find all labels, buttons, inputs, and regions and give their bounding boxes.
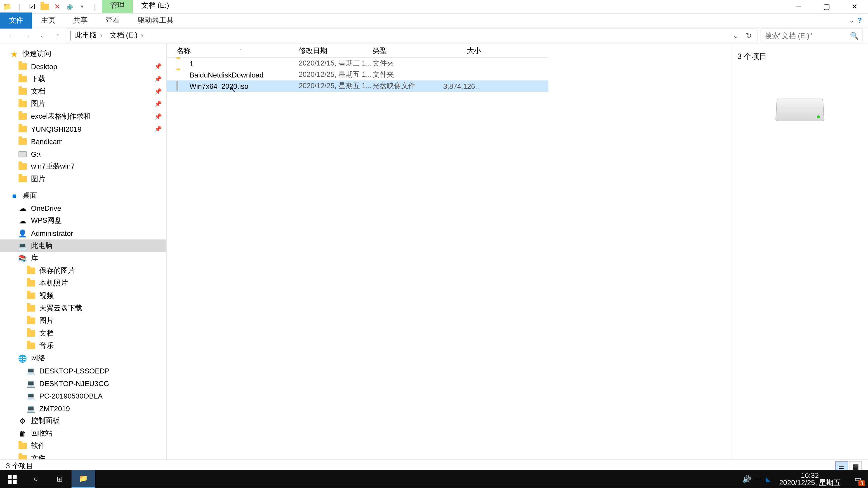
column-type[interactable]: 类型 (373, 46, 433, 56)
tree-item[interactable]: 📚库 (0, 252, 166, 264)
address-bar[interactable]: 此电脑 文档 (E:) ⌄ ↻ (67, 29, 758, 42)
search-icon[interactable]: 🔍 (850, 31, 859, 39)
tree-item[interactable]: YUNQISHI2019📌 (0, 123, 166, 135)
column-date[interactable]: 修改日期 (299, 46, 373, 56)
tree-item[interactable]: Bandicam (0, 135, 166, 148)
minimize-button[interactable]: ─ (785, 1, 812, 13)
qa-rename-icon[interactable]: ◉ (65, 2, 74, 11)
tree-item[interactable]: ⚙控制面板 (0, 415, 166, 427)
breadcrumb-segment[interactable]: 文档 (E:) (107, 30, 147, 41)
tree-item[interactable]: Desktop📌 (0, 60, 166, 72)
tree-item[interactable]: 文档📌 (0, 85, 166, 98)
tree-item[interactable]: 图片📌 (0, 98, 166, 110)
file-list[interactable]: 名称⌃ 修改日期 类型 大小 12020/12/15, 星期二 1...文件夹B… (167, 44, 548, 459)
tree-item-icon (26, 316, 36, 326)
tree-item-icon: 📚 (18, 254, 27, 263)
tree-item[interactable]: 音乐 (0, 339, 166, 352)
tree-desktop[interactable]: ■ 桌面 (0, 190, 166, 202)
search-box[interactable]: 🔍 (761, 29, 863, 42)
qa-delete-icon[interactable]: ✕ (53, 2, 62, 11)
tree-item[interactable]: ☁WPS网盘 (0, 215, 166, 227)
tree-item[interactable]: 文档 (0, 327, 166, 339)
tree-item[interactable]: 👤Administrator (0, 227, 166, 239)
file-row[interactable]: Win7x64_2020.iso2020/12/25, 星期五 1...光盘映像… (167, 80, 548, 92)
svg-rect-2 (7, 480, 11, 484)
tree-item[interactable]: G:\ (0, 148, 166, 160)
taskbar-clock[interactable]: 16:32 2020/12/25, 星期五 (774, 470, 845, 487)
qa-new-folder-icon[interactable] (40, 2, 50, 11)
tray-app-icon[interactable]: ◣ (766, 475, 771, 483)
tree-item-label: excel表格制作求和 (31, 111, 91, 122)
column-name[interactable]: 名称⌃ (177, 46, 299, 56)
maximize-button[interactable]: ▢ (813, 1, 840, 13)
tree-item[interactable]: excel表格制作求和📌 (0, 110, 166, 123)
task-view-button[interactable]: ⊞ (48, 470, 71, 488)
qa-properties-icon[interactable]: ☑ (27, 2, 37, 11)
tree-item[interactable]: 图片 (0, 173, 166, 185)
tree-item[interactable]: 视频 (0, 290, 166, 302)
ribbon-collapse-icon[interactable]: ⌄ (849, 17, 854, 24)
ribbon-tab-drive-tools[interactable]: 驱动器工具 (129, 12, 182, 28)
tree-item-label: ZMT2019 (39, 404, 70, 413)
tree-item-icon (26, 291, 36, 300)
tray-overflow-icon[interactable]: ⌃ (734, 476, 739, 482)
tree-item[interactable]: ☁OneDrive (0, 202, 166, 215)
tree-item[interactable]: 软件 (0, 440, 166, 452)
ribbon-tab-share[interactable]: 共享 (64, 12, 96, 28)
start-button[interactable] (0, 470, 24, 488)
ribbon-tab-home[interactable]: 主页 (32, 12, 64, 28)
volume-icon[interactable]: 🔊 (742, 475, 751, 483)
empty-area[interactable] (548, 44, 731, 459)
tree-item[interactable]: 💻PC-20190530OBLA (0, 390, 166, 402)
tree-item[interactable]: 下载📌 (0, 73, 166, 85)
tree-item[interactable]: 本机照片 (0, 277, 166, 289)
tree-item-label: 文档 (31, 86, 45, 96)
tree-item[interactable]: 天翼云盘下载 (0, 302, 166, 315)
search-button[interactable]: ○ (24, 470, 48, 488)
column-size[interactable]: 大小 (433, 46, 481, 56)
address-history-dropdown[interactable]: ⌄ (730, 31, 741, 39)
preview-pane: 3 个项目 (731, 44, 868, 459)
tree-item-icon (18, 454, 27, 459)
tree-item[interactable]: 🗑回收站 (0, 427, 166, 440)
tree-item-icon: 🌐 (18, 354, 27, 363)
search-input[interactable] (765, 31, 850, 39)
navigation-pane[interactable]: ★ 快速访问 Desktop📌下载📌文档📌图片📌excel表格制作求和📌YUNQ… (0, 44, 167, 459)
qa-dropdown-icon[interactable]: ▾ (78, 2, 87, 11)
tree-quick-access[interactable]: ★ 快速访问 (0, 48, 166, 60)
tree-item-label: Desktop (31, 62, 57, 71)
refresh-button[interactable]: ↻ (742, 31, 755, 39)
file-type: 文件夹 (373, 58, 433, 68)
tree-item-label: 此电脑 (31, 240, 53, 251)
tree-item-label: 视频 (39, 291, 54, 301)
breadcrumb-segment[interactable]: 此电脑 (72, 30, 105, 41)
file-row[interactable]: 12020/12/15, 星期二 1...文件夹 (167, 58, 548, 69)
svg-rect-0 (7, 475, 11, 478)
tree-item[interactable]: 保存的图片 (0, 265, 166, 277)
tree-item[interactable]: 文件 (0, 452, 166, 459)
tree-item[interactable]: 🌐网络 (0, 352, 166, 364)
action-center-button[interactable]: ▭ 3 (849, 470, 867, 488)
close-button[interactable]: ✕ (841, 1, 868, 13)
file-type: 光盘映像文件 (373, 81, 433, 91)
file-row[interactable]: BaiduNetdiskDownload2020/12/25, 星期五 1...… (167, 69, 548, 80)
context-tab-manage[interactable]: 管理 (102, 0, 133, 13)
tree-item[interactable]: win7重装win7 (0, 160, 166, 173)
tree-item-icon: 💻 (26, 366, 36, 376)
nav-back-button[interactable]: ← (5, 29, 18, 42)
nav-recent-dropdown[interactable]: ⌄ (36, 29, 49, 42)
pin-icon: 📌 (154, 63, 162, 70)
tree-item[interactable]: 💻此电脑 (0, 239, 166, 252)
tree-item[interactable]: 💻DESKTOP-NJEU3CG (0, 377, 166, 390)
qa-divider: | (90, 2, 99, 11)
tree-item[interactable]: 图片 (0, 315, 166, 327)
taskbar-file-explorer[interactable]: 📁 (71, 470, 95, 488)
ribbon-tab-file[interactable]: 文件 (0, 12, 32, 28)
tree-item[interactable]: 💻DESKTOP-LSSOEDP (0, 365, 166, 377)
help-icon[interactable]: ? (858, 16, 862, 24)
ribbon-tab-view[interactable]: 查看 (96, 12, 129, 28)
tree-item[interactable]: 💻ZMT2019 (0, 402, 166, 415)
ime-indicator[interactable]: 中 (755, 474, 762, 484)
tree-item-icon (18, 74, 27, 84)
nav-up-button[interactable]: ↑ (51, 29, 64, 42)
